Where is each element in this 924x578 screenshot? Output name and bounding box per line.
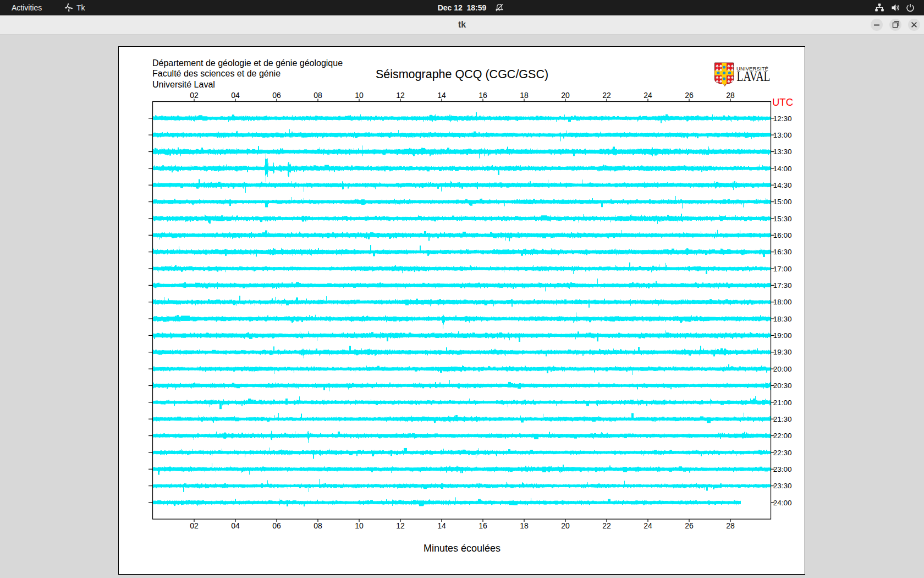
svg-text:12: 12 <box>396 91 405 100</box>
svg-text:17:00: 17:00 <box>773 265 792 273</box>
svg-text:28: 28 <box>726 521 735 530</box>
svg-text:20: 20 <box>561 91 570 100</box>
svg-text:19:30: 19:30 <box>773 348 792 356</box>
svg-text:13:30: 13:30 <box>773 148 792 156</box>
svg-text:23:00: 23:00 <box>773 465 792 473</box>
svg-text:18:00: 18:00 <box>773 298 792 306</box>
svg-text:13:00: 13:00 <box>773 131 792 139</box>
svg-text:22:30: 22:30 <box>773 449 792 457</box>
svg-text:14: 14 <box>437 91 446 100</box>
svg-text:18: 18 <box>520 91 529 100</box>
svg-text:20: 20 <box>561 521 570 530</box>
svg-text:26: 26 <box>685 91 694 100</box>
svg-text:15:30: 15:30 <box>773 215 792 223</box>
svg-text:22:00: 22:00 <box>773 432 792 440</box>
svg-text:08: 08 <box>314 521 322 530</box>
svg-text:17:30: 17:30 <box>773 281 792 290</box>
svg-text:16:30: 16:30 <box>773 248 792 256</box>
svg-text:22: 22 <box>602 91 611 100</box>
svg-text:20:30: 20:30 <box>773 381 792 390</box>
svg-text:24:00: 24:00 <box>773 499 792 507</box>
svg-text:16: 16 <box>479 91 487 100</box>
svg-text:14:00: 14:00 <box>773 165 792 173</box>
svg-text:12: 12 <box>396 521 405 530</box>
svg-text:18:30: 18:30 <box>773 315 792 323</box>
svg-text:24: 24 <box>644 91 652 100</box>
svg-text:16: 16 <box>479 521 487 530</box>
svg-text:19:00: 19:00 <box>773 331 792 340</box>
svg-text:02: 02 <box>190 91 199 100</box>
svg-text:04: 04 <box>231 521 240 530</box>
svg-text:24: 24 <box>644 521 652 530</box>
svg-text:20:00: 20:00 <box>773 365 792 373</box>
svg-text:10: 10 <box>355 91 364 100</box>
svg-text:12:30: 12:30 <box>773 114 792 123</box>
svg-text:06: 06 <box>272 521 281 530</box>
svg-text:28: 28 <box>726 91 735 100</box>
svg-text:18: 18 <box>520 521 529 530</box>
svg-text:14:30: 14:30 <box>773 181 792 189</box>
svg-text:15:00: 15:00 <box>773 198 792 206</box>
svg-text:16:00: 16:00 <box>773 231 792 239</box>
svg-text:14: 14 <box>437 521 446 530</box>
svg-text:02: 02 <box>190 521 199 530</box>
svg-text:06: 06 <box>272 91 281 100</box>
svg-text:10: 10 <box>355 521 364 530</box>
svg-text:22: 22 <box>602 521 611 530</box>
svg-text:08: 08 <box>314 91 322 100</box>
svg-text:26: 26 <box>685 521 694 530</box>
svg-text:23:30: 23:30 <box>773 482 792 490</box>
svg-text:21:00: 21:00 <box>773 399 792 407</box>
svg-text:04: 04 <box>231 91 240 100</box>
svg-text:21:30: 21:30 <box>773 415 792 423</box>
